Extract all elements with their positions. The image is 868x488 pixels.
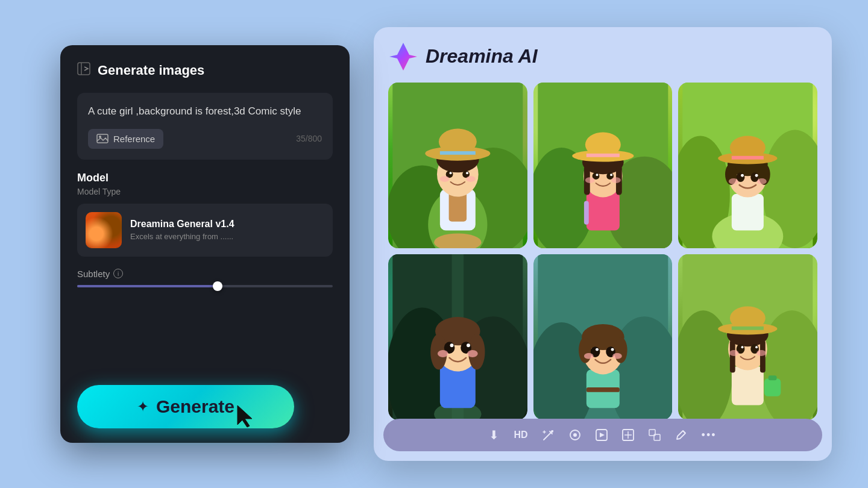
model-description: Excels at everything from ...... bbox=[130, 232, 324, 241]
svg-point-20 bbox=[466, 172, 468, 174]
model-section: Model Model Type Dreamina General v1.4 E… bbox=[77, 172, 333, 257]
play-icon[interactable] bbox=[596, 429, 608, 441]
svg-rect-94 bbox=[764, 378, 781, 396]
svg-point-73 bbox=[438, 350, 448, 357]
girl-illustration-2 bbox=[533, 83, 673, 248]
girl-illustration-3 bbox=[678, 83, 817, 248]
svg-rect-99 bbox=[760, 340, 766, 372]
model-label: Model bbox=[77, 172, 333, 184]
slider-fill bbox=[77, 285, 218, 287]
cursor-arrow bbox=[235, 404, 254, 431]
svg-point-58 bbox=[757, 178, 767, 184]
dreamina-logo bbox=[388, 42, 417, 70]
svg-point-57 bbox=[729, 178, 738, 184]
reference-label: Reference bbox=[113, 134, 155, 144]
model-info: Dreamina General v1.4 Excels at everythi… bbox=[130, 219, 324, 241]
svg-point-71 bbox=[450, 343, 454, 347]
svg-rect-16 bbox=[440, 151, 476, 155]
image-2 bbox=[533, 83, 673, 248]
download-icon[interactable]: ⬇ bbox=[489, 428, 499, 442]
svg-point-36 bbox=[596, 174, 598, 176]
girl-illustration-1 bbox=[388, 83, 527, 248]
expand-icon[interactable] bbox=[622, 429, 634, 441]
prompt-box: A cute girl ,background is forest,3d Com… bbox=[77, 93, 333, 160]
svg-rect-52 bbox=[732, 156, 764, 160]
svg-point-19 bbox=[450, 172, 452, 174]
svg-point-15 bbox=[439, 129, 477, 155]
svg-point-56 bbox=[755, 174, 758, 177]
svg-rect-102 bbox=[732, 327, 764, 330]
svg-point-105 bbox=[741, 346, 744, 348]
svg-point-108 bbox=[756, 350, 766, 356]
hd-icon[interactable]: HD bbox=[514, 430, 527, 440]
sidebar-icon bbox=[77, 62, 90, 78]
info-icon: i bbox=[113, 269, 123, 278]
svg-point-106 bbox=[755, 346, 758, 348]
edit-icon[interactable] bbox=[675, 429, 687, 441]
image-1 bbox=[388, 83, 527, 248]
svg-point-21 bbox=[440, 176, 450, 182]
subtlety-label: Subtlety i bbox=[77, 269, 333, 279]
svg-point-74 bbox=[467, 350, 478, 357]
model-type-label: Model Type bbox=[77, 187, 333, 196]
left-panel: Generate images A cute girl ,background … bbox=[60, 45, 350, 443]
svg-point-72 bbox=[467, 343, 470, 347]
svg-point-88 bbox=[584, 353, 594, 359]
model-thumbnail bbox=[86, 212, 122, 248]
svg-point-38 bbox=[585, 177, 595, 183]
subtlety-section: Subtlety i bbox=[77, 269, 333, 287]
svg-point-37 bbox=[610, 174, 612, 176]
reference-row: Reference 35/800 bbox=[88, 129, 322, 149]
subtlety-slider[interactable] bbox=[77, 285, 333, 287]
image-3 bbox=[678, 83, 817, 248]
svg-point-39 bbox=[611, 177, 621, 183]
reference-icon bbox=[96, 134, 108, 143]
svg-point-109 bbox=[551, 430, 553, 433]
girl-illustration-5 bbox=[533, 254, 673, 420]
image-4 bbox=[388, 254, 527, 420]
girl-illustration-4 bbox=[388, 254, 527, 420]
prompt-text: A cute girl ,background is forest,3d Com… bbox=[88, 104, 322, 119]
erase-icon[interactable] bbox=[569, 429, 581, 441]
svg-point-82 bbox=[579, 337, 592, 363]
svg-rect-79 bbox=[586, 387, 619, 392]
reference-button[interactable]: Reference bbox=[88, 129, 163, 149]
svg-marker-4 bbox=[389, 43, 417, 70]
magic-wand-icon[interactable] bbox=[542, 429, 555, 441]
panel-header: Generate images bbox=[77, 62, 333, 78]
generate-button-label: Generate bbox=[156, 396, 234, 417]
svg-rect-98 bbox=[730, 340, 735, 372]
dreamina-logo-svg bbox=[388, 42, 418, 72]
svg-point-32 bbox=[585, 133, 621, 157]
girl-image-3 bbox=[678, 83, 817, 248]
model-card[interactable]: Dreamina General v1.4 Excels at everythi… bbox=[77, 204, 333, 257]
dreamina-title: Dreamina AI bbox=[426, 45, 538, 67]
svg-rect-26 bbox=[586, 192, 619, 231]
svg-point-83 bbox=[614, 337, 627, 363]
generate-button[interactable]: ✦ Generate bbox=[77, 385, 294, 428]
generate-star-icon: ✦ bbox=[137, 398, 149, 415]
svg-rect-95 bbox=[769, 375, 777, 380]
resize-icon[interactable] bbox=[649, 429, 661, 441]
image-grid bbox=[388, 83, 817, 420]
svg-point-22 bbox=[466, 176, 476, 182]
girl-image-5 bbox=[533, 254, 673, 420]
generate-button-container: ✦ Generate bbox=[77, 385, 294, 428]
bottom-toolbar: ⬇ HD bbox=[383, 419, 822, 451]
girl-illustration-6 bbox=[678, 254, 817, 420]
svg-point-101 bbox=[730, 306, 766, 330]
dreamina-header: Dreamina AI bbox=[388, 42, 817, 70]
image-5 bbox=[533, 254, 673, 420]
girl-image-6 bbox=[678, 254, 817, 420]
svg-point-86 bbox=[596, 348, 599, 351]
char-count: 35/800 bbox=[296, 134, 322, 143]
image-6 bbox=[678, 254, 817, 420]
svg-rect-33 bbox=[586, 154, 619, 157]
slider-thumb[interactable] bbox=[213, 281, 222, 291]
svg-point-55 bbox=[741, 174, 744, 177]
girl-image-2 bbox=[533, 83, 673, 248]
model-name: Dreamina General v1.4 bbox=[130, 219, 324, 230]
svg-point-107 bbox=[729, 350, 739, 356]
more-icon[interactable]: ••• bbox=[702, 429, 717, 442]
svg-rect-93 bbox=[732, 367, 764, 405]
